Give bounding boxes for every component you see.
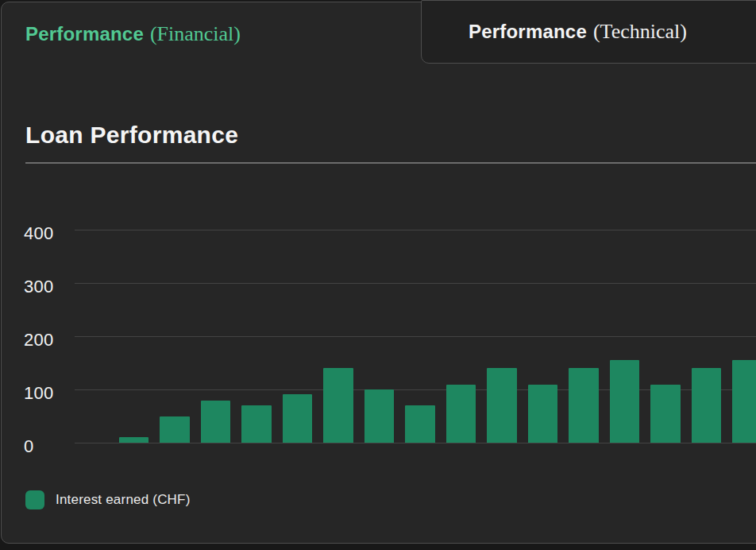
bar: [364, 389, 395, 443]
tab-technical-label: Performance: [469, 21, 587, 43]
tab-performance-financial[interactable]: Performance (Financial): [25, 21, 241, 47]
bar: [160, 416, 190, 442]
section-divider: [25, 162, 756, 164]
chart-bars: [75, 230, 756, 443]
tab-financial-suffix: (Financial): [150, 22, 241, 46]
y-axis-tick-label: 400: [24, 225, 71, 242]
performance-panel: Performance (Financial) Loan Performance…: [1, 2, 756, 544]
bar: [446, 385, 476, 442]
tab-financial-label: Performance: [25, 23, 144, 45]
y-axis-tick-label: 0: [24, 438, 71, 455]
legend-swatch: [25, 490, 44, 509]
bar: [241, 405, 272, 443]
tab-performance-technical[interactable]: Performance (Technical): [421, 0, 756, 64]
bar: [405, 405, 435, 443]
chart-legend: Interest earned (CHF): [25, 490, 191, 509]
bar: [487, 368, 517, 443]
y-axis-tick-label: 100: [24, 385, 71, 402]
bar: [692, 368, 722, 443]
bar: [569, 368, 599, 443]
loan-performance-chart: 0100200300400: [2, 230, 756, 460]
section-title: Loan Performance: [25, 122, 238, 149]
bar: [650, 385, 681, 442]
gridline: [75, 443, 756, 443]
bar: [283, 394, 313, 442]
bar: [323, 368, 353, 443]
legend-label: Interest earned (CHF): [56, 492, 191, 508]
bar: [201, 401, 231, 442]
bar: [732, 360, 756, 443]
y-axis-tick-label: 300: [24, 278, 71, 296]
y-axis-tick-label: 200: [24, 331, 71, 349]
tab-technical-suffix: (Technical): [593, 20, 687, 44]
bar: [119, 437, 149, 443]
bar: [610, 360, 640, 443]
bar: [528, 385, 558, 442]
